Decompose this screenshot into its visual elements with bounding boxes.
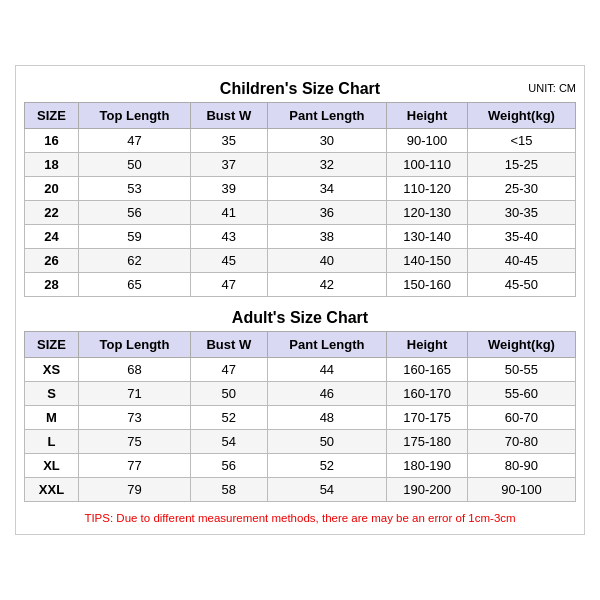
table-cell: 80-90 (467, 454, 575, 478)
table-cell: 47 (191, 273, 268, 297)
table-cell: 50-55 (467, 358, 575, 382)
tips-text: TIPS: Due to different measurement metho… (24, 508, 576, 526)
table-cell: 40 (267, 249, 387, 273)
table-cell: 46 (267, 382, 387, 406)
table-cell: 47 (191, 358, 268, 382)
table-cell: 90-100 (467, 478, 575, 502)
table-cell: 42 (267, 273, 387, 297)
table-cell: 62 (78, 249, 190, 273)
adult-size-table: SIZE Top Length Bust W Pant Length Heigh… (24, 331, 576, 502)
table-cell: 160-170 (387, 382, 468, 406)
table-cell: 71 (78, 382, 190, 406)
table-cell: 58 (191, 478, 268, 502)
table-cell: 22 (25, 201, 79, 225)
children-header-row: SIZE Top Length Bust W Pant Length Heigh… (25, 103, 576, 129)
children-header-size: SIZE (25, 103, 79, 129)
table-cell: 53 (78, 177, 190, 201)
table-row: S715046160-17055-60 (25, 382, 576, 406)
table-row: 20533934110-12025-30 (25, 177, 576, 201)
table-cell: 170-175 (387, 406, 468, 430)
table-cell: 26 (25, 249, 79, 273)
table-cell: 44 (267, 358, 387, 382)
adult-header-height: Height (387, 332, 468, 358)
table-cell: 75 (78, 430, 190, 454)
unit-label: UNIT: CM (528, 82, 576, 94)
adult-chart-section: Adult's Size Chart SIZE Top Length Bust … (24, 303, 576, 502)
table-cell: 180-190 (387, 454, 468, 478)
table-cell: 50 (267, 430, 387, 454)
table-cell: 15-25 (467, 153, 575, 177)
table-cell: 59 (78, 225, 190, 249)
table-cell: 68 (78, 358, 190, 382)
table-cell: 175-180 (387, 430, 468, 454)
table-cell: 35 (191, 129, 268, 153)
table-cell: 45 (191, 249, 268, 273)
table-row: XL775652180-19080-90 (25, 454, 576, 478)
table-cell: 120-130 (387, 201, 468, 225)
table-row: 28654742150-16045-50 (25, 273, 576, 297)
table-cell: 30 (267, 129, 387, 153)
table-cell: 90-100 (387, 129, 468, 153)
table-cell: 16 (25, 129, 79, 153)
table-row: 1647353090-100<15 (25, 129, 576, 153)
table-cell: 36 (267, 201, 387, 225)
table-cell: 56 (191, 454, 268, 478)
children-size-table: SIZE Top Length Bust W Pant Length Heigh… (24, 102, 576, 297)
table-cell: M (25, 406, 79, 430)
adult-header-weight: Weight(kg) (467, 332, 575, 358)
table-cell: 43 (191, 225, 268, 249)
adult-header-row: SIZE Top Length Bust W Pant Length Heigh… (25, 332, 576, 358)
table-cell: 50 (191, 382, 268, 406)
adult-header-pant-length: Pant Length (267, 332, 387, 358)
table-cell: XS (25, 358, 79, 382)
table-cell: 48 (267, 406, 387, 430)
size-chart-container: Children's Size Chart UNIT: CM SIZE Top … (15, 65, 585, 535)
table-row: 18503732100-11015-25 (25, 153, 576, 177)
table-row: 22564136120-13030-35 (25, 201, 576, 225)
adult-chart-title: Adult's Size Chart (24, 303, 576, 331)
children-header-pant-length: Pant Length (267, 103, 387, 129)
children-header-top-length: Top Length (78, 103, 190, 129)
adult-header-top-length: Top Length (78, 332, 190, 358)
table-cell: 190-200 (387, 478, 468, 502)
adult-title-text: Adult's Size Chart (232, 309, 368, 326)
table-cell: 70-80 (467, 430, 575, 454)
children-title-text: Children's Size Chart (220, 80, 380, 97)
table-cell: 25-30 (467, 177, 575, 201)
children-header-weight: Weight(kg) (467, 103, 575, 129)
table-cell: <15 (467, 129, 575, 153)
table-cell: 30-35 (467, 201, 575, 225)
table-cell: 140-150 (387, 249, 468, 273)
table-cell: 34 (267, 177, 387, 201)
table-cell: 20 (25, 177, 79, 201)
table-row: M735248170-17560-70 (25, 406, 576, 430)
adult-header-bust-w: Bust W (191, 332, 268, 358)
table-cell: 32 (267, 153, 387, 177)
table-cell: 45-50 (467, 273, 575, 297)
table-cell: 38 (267, 225, 387, 249)
table-cell: 130-140 (387, 225, 468, 249)
table-cell: 47 (78, 129, 190, 153)
table-cell: 52 (267, 454, 387, 478)
table-cell: 65 (78, 273, 190, 297)
table-cell: 54 (267, 478, 387, 502)
table-cell: L (25, 430, 79, 454)
table-cell: 24 (25, 225, 79, 249)
table-cell: 37 (191, 153, 268, 177)
table-cell: S (25, 382, 79, 406)
table-cell: 79 (78, 478, 190, 502)
table-cell: XL (25, 454, 79, 478)
table-cell: 39 (191, 177, 268, 201)
table-cell: 56 (78, 201, 190, 225)
adult-header-size: SIZE (25, 332, 79, 358)
children-header-height: Height (387, 103, 468, 129)
table-row: 26624540140-15040-45 (25, 249, 576, 273)
table-cell: 60-70 (467, 406, 575, 430)
table-row: 24594338130-14035-40 (25, 225, 576, 249)
table-cell: 160-165 (387, 358, 468, 382)
table-cell: 73 (78, 406, 190, 430)
table-cell: 18 (25, 153, 79, 177)
table-cell: 55-60 (467, 382, 575, 406)
children-header-bust-w: Bust W (191, 103, 268, 129)
table-cell: 150-160 (387, 273, 468, 297)
